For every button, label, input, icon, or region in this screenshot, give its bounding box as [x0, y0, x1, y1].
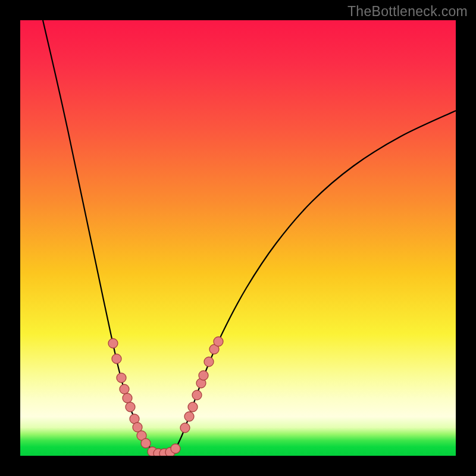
data-dot — [171, 444, 180, 453]
data-dot — [117, 373, 126, 383]
data-dot — [214, 337, 223, 346]
data-dot — [184, 412, 194, 421]
data-dot — [199, 371, 208, 380]
data-dot — [108, 339, 118, 348]
data-dot — [188, 402, 198, 412]
watermark-text: TheBottleneck.com — [347, 4, 468, 20]
data-dot — [141, 439, 151, 448]
data-dot — [126, 402, 135, 412]
data-dot — [120, 384, 129, 394]
data-dots — [108, 337, 223, 456]
data-dot — [192, 390, 202, 400]
data-dot — [112, 354, 121, 364]
chart-svg — [20, 20, 456, 456]
data-dot — [180, 423, 190, 433]
data-dot — [123, 393, 132, 403]
plot-area — [20, 20, 456, 456]
outer-frame: TheBottleneck.com — [0, 0, 476, 476]
data-dot — [204, 357, 214, 367]
bottleneck-curve — [43, 20, 456, 454]
